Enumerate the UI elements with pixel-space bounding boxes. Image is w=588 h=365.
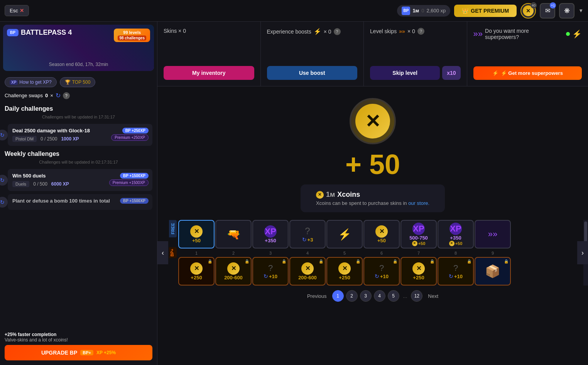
reward-card-premium-7[interactable]: 🔒 ✕ +250: [400, 257, 437, 286]
reward-amount: 1м: [326, 191, 335, 199]
reward-card-free-2[interactable]: 🔫: [215, 220, 252, 248]
superpowers-label: Do you want more superpowers?: [485, 28, 564, 40]
xcoin-premium-2-icon: ✕: [227, 262, 240, 275]
notification-button[interactable]: ✉ +1: [540, 3, 555, 19]
esc-label: Esc: [10, 8, 18, 14]
challenge2-swap-button[interactable]: ↻: [0, 175, 8, 186]
skip-level-button[interactable]: Skip level: [370, 66, 440, 80]
top500-button[interactable]: 🏆 TOP 500: [60, 77, 96, 87]
reward-card-free-4[interactable]: ? ↻ +3: [289, 220, 326, 248]
level-skips-label: Level skips: [370, 28, 397, 34]
xcoin-premium-4-icon: ✕: [301, 262, 314, 275]
card-8-xp-value: +350: [450, 235, 461, 241]
reward-card-premium-5[interactable]: 🔒 ✕ +250: [326, 257, 363, 286]
page-2-button[interactable]: 2: [346, 290, 358, 302]
challenge1-card: Deal 2500 damage with Glock-18 Pistol DM…: [8, 124, 152, 146]
xcoin-reward-6-icon: ✕: [375, 225, 388, 238]
use-boost-button[interactable]: Use boost: [267, 66, 358, 80]
lock-8-icon: 🔒: [467, 259, 471, 264]
superpowers-btn-icon: ⚡: [492, 70, 498, 76]
chest-icon: 📦: [485, 264, 500, 279]
lock-2-icon: 🔒: [245, 259, 249, 264]
reward-card-free-9[interactable]: »»: [475, 220, 511, 248]
premium-6-value: +10: [380, 274, 389, 279]
refresh-premium-3-icon: ↻: [264, 273, 268, 279]
page-3-button[interactable]: 3: [360, 290, 372, 302]
reward-card-free-1[interactable]: ✕ +50: [178, 220, 215, 248]
store-link[interactable]: our store.: [408, 200, 429, 206]
challenge1-swap-button[interactable]: ↻: [0, 130, 8, 140]
reward-card-free-6[interactable]: ✕ +50: [363, 220, 400, 248]
exp-help-icon[interactable]: ?: [334, 28, 341, 35]
reward-description: Xcoins can be spent to purchase skins in…: [316, 200, 429, 206]
xcoin-premium-1-icon: ✕: [190, 262, 203, 275]
get-premium-button[interactable]: 👑 GET PREMIUM: [454, 5, 517, 17]
challenge3-swap-button[interactable]: ↻: [0, 197, 8, 208]
esc-button[interactable]: Esc ✕: [5, 5, 29, 16]
xcoin-small-7: ✕: [412, 241, 417, 246]
top500-label: TOP 500: [72, 79, 91, 85]
lock-4-icon: 🔒: [319, 259, 323, 264]
upgrade-bp-button[interactable]: UPGRADE BP BP+ XP +25%: [5, 345, 152, 360]
reward-card-premium-2[interactable]: 🔒 ✕ 200-600: [215, 257, 252, 286]
top-panels: Skins × 0 My inventory Experience boosts…: [157, 22, 588, 86]
reward-card-premium-6[interactable]: 🔒 ? ↻ +10: [363, 257, 400, 286]
level-skips-panel: Level skips »» × 0 ? Skip level x10: [364, 22, 467, 86]
track-next-button[interactable]: ›: [577, 241, 588, 264]
level-skips-help-icon[interactable]: ?: [417, 28, 424, 35]
challenge3-badges: BP +1500XP: [120, 198, 149, 204]
premium-reward-row: 🔒 ✕ +250 🔒 ✕ 200-600: [178, 257, 511, 286]
snowflake-button[interactable]: ❋: [559, 3, 574, 19]
xp-value: 2,600 xp: [426, 8, 446, 14]
lock-9-icon: 🔒: [504, 259, 509, 264]
lock-3-icon: 🔒: [282, 259, 286, 264]
dropdown-icon[interactable]: ▼: [578, 8, 583, 14]
bp-content: ✕ + 50 ✕ 1м Xcoins Xcoins can be spent t…: [157, 86, 588, 365]
refresh-premium-6-icon: ↻: [375, 273, 379, 279]
card-3-value: +350: [265, 238, 276, 243]
get-superpowers-button[interactable]: ⚡ ⚡ Get more superpowers: [473, 66, 582, 80]
battlepass-banner: BP BATTLEPASS 4 99 levels 98 challenges …: [3, 25, 154, 71]
lightning-reward-icon: ⚡: [338, 228, 351, 241]
level-skips-title: Level skips »» × 0 ?: [370, 28, 461, 35]
my-inventory-button[interactable]: My inventory: [164, 66, 254, 80]
xcoin-nav-button[interactable]: ✕ 40: [520, 3, 536, 19]
help-icon[interactable]: ?: [63, 92, 70, 99]
arrows-reward-icon: »»: [488, 229, 497, 239]
premium-5-value: +250: [339, 275, 350, 281]
reward-card-free-3[interactable]: XP +350: [252, 220, 289, 248]
track-content: FREE BP+ ✕ +50: [169, 220, 576, 286]
page-12-button[interactable]: 12: [411, 290, 422, 302]
previous-page-button[interactable]: Previous: [304, 292, 330, 301]
challenge2-card: Win 500 duels Duels 0 / 500 6000 XP BP +…: [8, 169, 152, 191]
reward-card-free-7[interactable]: XP 500-750 ✕ +50: [400, 220, 437, 248]
how-to-get-xp-button[interactable]: XP How to get XP?: [5, 77, 57, 87]
xp-plus-label: XP +25%: [96, 350, 116, 355]
use-boost-label: Use boost: [299, 70, 325, 76]
next-page-button[interactable]: Next: [425, 292, 441, 301]
upgrade-bp-label: UPGRADE BP: [41, 350, 77, 356]
reward-card-free-8[interactable]: XP +350 ✕ +50: [438, 220, 474, 248]
challenge2-bp-badge: BP +1500XP: [120, 173, 149, 179]
reward-card-premium-3[interactable]: 🔒 ? ↻ +10: [252, 257, 289, 286]
reward-center: ✕ + 50 ✕ 1м Xcoins Xcoins can be spent t…: [157, 86, 588, 220]
page-ellipsis: ...: [402, 293, 409, 299]
superpowers-title: »» Do you want more superpowers? ⚡: [473, 28, 582, 40]
page-4-button[interactable]: 4: [374, 290, 385, 302]
xcoin-premium-5-icon: ✕: [338, 262, 351, 275]
xcoin-reward-icon: ✕: [190, 225, 203, 238]
page-1-button[interactable]: 1: [332, 290, 344, 302]
skin-reward-icon: 🔫: [227, 228, 240, 241]
reward-card-premium-4[interactable]: 🔒 ✕ 200-600: [289, 257, 326, 286]
track-prev-button[interactable]: ‹: [157, 241, 168, 264]
reward-card-premium-8[interactable]: 🔒 ? ↻ +10: [438, 257, 474, 286]
left-sidebar: BP BATTLEPASS 4 99 levels 98 challenges …: [0, 22, 157, 365]
refresh-icon[interactable]: ↻: [56, 92, 61, 99]
xp-reward-icon: XP: [264, 225, 277, 238]
mystery-premium-8-icon: ?: [453, 263, 458, 273]
reward-card-premium-9[interactable]: 🔒 📦: [475, 257, 511, 286]
page-5-button[interactable]: 5: [388, 290, 399, 302]
get-superpowers-label: ⚡ Get more superpowers: [501, 70, 563, 76]
reward-card-free-5[interactable]: ⚡: [326, 220, 363, 248]
reward-card-premium-1[interactable]: 🔒 ✕ +250: [178, 257, 215, 286]
